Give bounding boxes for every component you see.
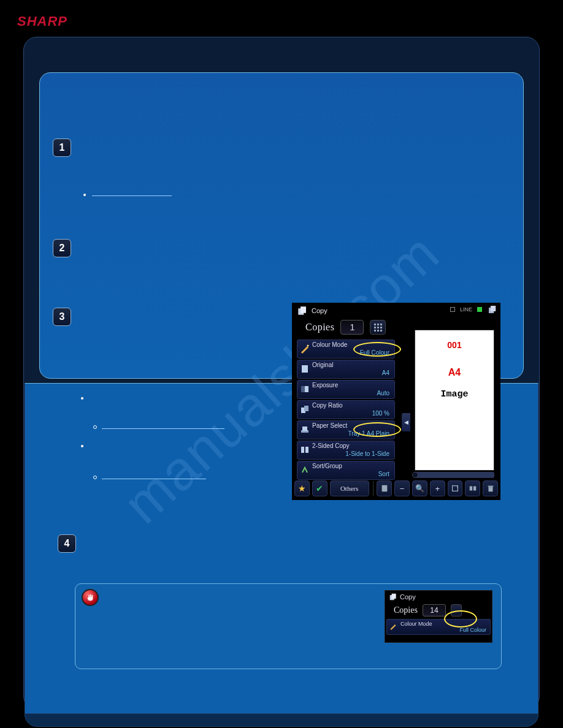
minus-icon: − bbox=[400, 484, 405, 493]
svg-rect-12 bbox=[301, 447, 304, 453]
ratio-icon bbox=[300, 404, 310, 414]
plus-icon: + bbox=[435, 484, 440, 493]
setting-colour-mode[interactable]: Colour Mode Full Colour bbox=[297, 339, 395, 358]
svg-rect-19 bbox=[488, 486, 493, 487]
svg-rect-9 bbox=[304, 406, 308, 411]
settings-list: Colour Mode Full Colour Original A4 Expo… bbox=[297, 339, 395, 480]
numeric-keypad-button[interactable] bbox=[370, 320, 386, 335]
duplex-icon bbox=[300, 445, 310, 455]
svg-rect-14 bbox=[381, 485, 387, 492]
setting-value: Full Colour bbox=[360, 349, 389, 356]
others-button[interactable]: Others bbox=[330, 480, 369, 496]
numeric-keypad-button[interactable] bbox=[451, 604, 462, 616]
wand-icon bbox=[389, 623, 397, 630]
step-badge-1: 1 bbox=[53, 138, 71, 157]
wand-icon bbox=[300, 344, 310, 354]
setting-title: 2-Sided Copy bbox=[312, 442, 391, 450]
svg-rect-15 bbox=[453, 486, 458, 491]
status-bar: LINE bbox=[450, 304, 498, 315]
jobs-icon[interactable] bbox=[487, 304, 498, 315]
setting-value: Sort bbox=[378, 471, 389, 477]
collapse-tab-button[interactable]: ◀ bbox=[402, 413, 410, 431]
stop-button-icon bbox=[82, 589, 99, 606]
copy-mode-icon bbox=[389, 593, 397, 601]
file-icon bbox=[380, 484, 389, 493]
bullet-icon bbox=[81, 445, 83, 447]
svg-rect-21 bbox=[392, 594, 396, 599]
svg-rect-13 bbox=[305, 447, 308, 453]
setting-title: Colour Mode bbox=[400, 621, 488, 627]
multi-page-button[interactable] bbox=[465, 480, 480, 496]
copies-label: Copies bbox=[305, 322, 334, 333]
action-bar: ★ ✔ Others − 🔍 + bbox=[294, 479, 498, 498]
svg-rect-3 bbox=[301, 306, 306, 313]
setting-exposure[interactable]: Exposure Auto bbox=[297, 380, 395, 399]
sub-bullet-icon bbox=[93, 476, 97, 479]
bullet-icon bbox=[81, 397, 83, 400]
footer-bar bbox=[25, 713, 538, 727]
setting-title: Paper Select bbox=[312, 422, 391, 430]
subsection-link[interactable] bbox=[102, 422, 224, 429]
subsection-link[interactable] bbox=[92, 189, 172, 196]
setting-copy-ratio[interactable]: Copy Ratio 100 % bbox=[297, 400, 395, 419]
chevron-left-icon: ◀ bbox=[404, 419, 408, 425]
setting-title: Original bbox=[312, 362, 391, 369]
favorites-button[interactable]: ★ bbox=[294, 480, 310, 496]
svg-rect-1 bbox=[491, 306, 496, 311]
preview-page-index: 001 bbox=[447, 340, 461, 350]
step-badge-2: 2 bbox=[53, 239, 71, 257]
check-icon: ✔ bbox=[316, 483, 323, 493]
copier-title: Copy bbox=[312, 307, 327, 314]
setting-value: A4 bbox=[382, 370, 389, 376]
multi-page-icon bbox=[469, 484, 477, 493]
setting-title: Copy Ratio bbox=[312, 402, 391, 409]
copies-value[interactable]: 1 bbox=[340, 320, 364, 335]
subsection-link[interactable] bbox=[102, 472, 206, 479]
setting-value: Full Colour bbox=[459, 627, 486, 633]
copier-title: Copy bbox=[400, 593, 416, 601]
setting-paper-select[interactable]: Paper Select Tray 1 A4 Plain bbox=[297, 420, 395, 439]
setting-2-sided-copy[interactable]: 2-Sided Copy 1-Side to 1-Side bbox=[297, 441, 395, 460]
svg-rect-7 bbox=[301, 386, 305, 392]
exposure-icon bbox=[300, 384, 310, 394]
setting-value: Tray 1 A4 Plain bbox=[348, 430, 389, 437]
copies-value[interactable]: 14 bbox=[423, 604, 446, 616]
svg-rect-18 bbox=[488, 487, 492, 491]
preview-scrollbar[interactable] bbox=[415, 472, 494, 478]
sub-bullet-icon bbox=[93, 425, 97, 429]
setting-sort-group[interactable]: Sort/Group Sort bbox=[297, 461, 395, 480]
preview-image-placeholder: Image bbox=[440, 389, 468, 400]
preview-paper-size: A4 bbox=[448, 367, 461, 378]
file-button[interactable] bbox=[377, 480, 392, 496]
svg-rect-11 bbox=[302, 427, 307, 431]
trash-icon bbox=[486, 484, 495, 493]
sort-icon bbox=[300, 465, 310, 475]
delete-button[interactable] bbox=[483, 480, 498, 496]
setting-colour-mode[interactable]: Colour Mode Full Colour bbox=[386, 619, 491, 635]
check-settings-button[interactable]: ✔ bbox=[312, 480, 327, 496]
hand-icon bbox=[86, 593, 94, 602]
rotate-button[interactable] bbox=[448, 480, 463, 496]
note-copier-screen: Copy Copies 14 Colour Mode Full Colour bbox=[385, 590, 492, 643]
keypad-icon bbox=[374, 324, 382, 332]
step-badge-3: 3 bbox=[53, 308, 71, 326]
svg-point-4 bbox=[307, 345, 309, 347]
setting-title: Exposure bbox=[312, 382, 391, 389]
setting-title: Sort/Group bbox=[312, 463, 391, 470]
zoom-out-button[interactable]: − bbox=[394, 480, 410, 496]
svg-rect-5 bbox=[302, 365, 308, 373]
setting-value: Auto bbox=[377, 390, 389, 396]
svg-rect-17 bbox=[473, 487, 476, 491]
scroll-knob-icon bbox=[412, 472, 418, 478]
brand-logo: SHARP bbox=[17, 13, 67, 29]
page-icon bbox=[300, 364, 310, 374]
svg-rect-16 bbox=[470, 487, 472, 491]
copier-title-bar: Copy bbox=[385, 591, 492, 603]
zoom-in-button[interactable]: + bbox=[430, 480, 445, 496]
setting-original[interactable]: Original A4 bbox=[297, 360, 395, 379]
line-status-label: LINE bbox=[460, 306, 472, 313]
setting-value: 1-Side to 1-Side bbox=[345, 450, 389, 457]
zoom-reset-button[interactable]: 🔍 bbox=[412, 480, 427, 496]
bullet-icon bbox=[83, 194, 86, 196]
ready-status-icon bbox=[477, 307, 482, 312]
